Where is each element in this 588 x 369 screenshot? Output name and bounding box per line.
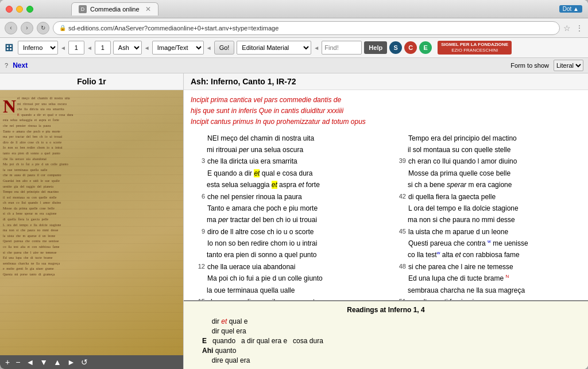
- verse-number: 15: [191, 296, 205, 300]
- verse-number: [191, 273, 205, 284]
- verse-text: diro de ll altre cose ch io u o scorte: [207, 226, 380, 238]
- verse-line: Ed una lupa che di tucte brame N: [392, 273, 581, 284]
- next-link[interactable]: Next: [13, 61, 28, 69]
- more-icon[interactable]: ⋮: [575, 24, 583, 33]
- verse-line: 42 di quella fiera la gaecta pelle: [392, 191, 581, 203]
- pan-right-button[interactable]: ►: [65, 357, 77, 367]
- sigmel-logo: SIGMEL PER LA FONDAZIONE EZIO FRANCESCHI…: [438, 41, 512, 54]
- verse-text: che lla diricta uia era smarrita: [207, 156, 380, 167]
- verse-text: Io non so ben redire chom io u intrai: [207, 238, 380, 249]
- back-button[interactable]: ‹: [5, 22, 17, 34]
- reload-button[interactable]: ↻: [37, 22, 49, 34]
- verse-line: 3 che lla diricta uia era smarrita: [191, 156, 380, 167]
- verse-text: NEI meço del chamin di nostra uita: [207, 133, 380, 144]
- verse-line: E quando a dir et qual e cosa dura: [191, 168, 380, 179]
- verse-line: Questi pareua che contra w me uenisse: [392, 238, 581, 249]
- canto-number-input[interactable]: [68, 41, 84, 55]
- image-toolbar: + − ◄ ▼ ▲ ► ↺: [0, 355, 183, 369]
- verse-line: la oue terminaua quella ualle: [207, 285, 380, 296]
- minimize-button[interactable]: [16, 6, 23, 13]
- s-button[interactable]: S: [389, 41, 402, 54]
- c-button[interactable]: C: [404, 41, 417, 54]
- form-to-show-label: Form to show: [510, 62, 549, 69]
- verse-line: sembraua charcha ne lla sua magreça: [408, 285, 581, 296]
- latin-intro: Incipit prima cantica vel pars commedie …: [191, 95, 581, 128]
- readings-left: dir et qual e dir quel era E quando a di…: [202, 317, 323, 364]
- maximize-button[interactable]: [26, 6, 33, 13]
- help-button[interactable]: Help: [364, 41, 387, 54]
- pan-down-button[interactable]: ▼: [38, 357, 49, 367]
- witness-select[interactable]: Ash: [113, 41, 142, 55]
- e-button[interactable]: E: [419, 41, 432, 54]
- verse-number: 3: [191, 156, 205, 167]
- verse-number: [392, 133, 406, 144]
- reset-button[interactable]: ↺: [79, 357, 90, 367]
- verse-line: 6 che nel pensier rinoua la paura: [191, 191, 380, 203]
- verse-columns: NEI meço del chamin di nostra uita mi ri…: [191, 133, 581, 300]
- manuscript-image: N el meço del chamin di nostra uita mi r…: [0, 90, 183, 355]
- verse-text: ch eran co llui quando l amor diuino: [408, 156, 581, 167]
- zoom-in-button[interactable]: +: [3, 357, 11, 367]
- left-panel: Folio 1r N el meço del chamin di nostra …: [0, 73, 184, 369]
- editorial-select[interactable]: Editorial Material: [237, 41, 311, 55]
- star-icon[interactable]: ☆: [563, 24, 571, 33]
- view-select[interactable]: Image/Text: [152, 41, 204, 55]
- verse-line: 45 la uista che m aparue d un leone: [392, 226, 581, 238]
- pan-left-button[interactable]: ◄: [24, 357, 36, 367]
- verse-text: E quando a dir et qual e cosa dura: [207, 168, 380, 179]
- left-verse-column: NEI meço del chamin di nostra uita mi ri…: [191, 133, 380, 300]
- pan-up-button[interactable]: ▲: [52, 357, 63, 367]
- right-panel: Ash: Inferno, Canto 1, IR-72 Incipit pri…: [184, 73, 588, 369]
- verse-text: che m auea di paura il cor compunto: [207, 296, 380, 300]
- verse-text: di quella fiera la gaecta pelle: [408, 191, 581, 203]
- verse-line: Io non so ben redire chom io u intrai: [191, 238, 380, 249]
- go-button[interactable]: Go!: [214, 41, 235, 55]
- verse-number: [191, 203, 205, 214]
- verse-text: Tanto e amara che poch e piu morte: [207, 203, 380, 214]
- verse-text: e molte genti fe gia uiuer grame: [408, 296, 581, 300]
- form-to-show-select[interactable]: Literal: [554, 60, 583, 71]
- address-bar-row: ‹ › ↻ 🔒 sd-editions.com/AnaServer?commed…: [0, 18, 588, 38]
- verse-number: [392, 203, 406, 214]
- app-icon: ⊞: [5, 41, 13, 54]
- reading-row: Ahi quanto: [202, 347, 323, 355]
- text-body[interactable]: Incipit prima cantica vel pars commedie …: [184, 90, 588, 300]
- verse-number: [392, 238, 406, 249]
- verse-line: ma per tractar del ben ch io ui trouai: [207, 214, 380, 226]
- tab-favicon: D: [79, 5, 87, 13]
- canto-select[interactable]: Inferno: [18, 41, 58, 55]
- forward-button[interactable]: ›: [21, 22, 33, 34]
- verse-number: 12: [191, 261, 205, 273]
- browser-tab[interactable]: D Commedia online ✕: [71, 2, 158, 15]
- verse-text: la uista che m aparue d un leone: [408, 226, 581, 238]
- reading-row: E quando a dir qual era e cosa dura: [202, 337, 323, 345]
- readings-content: dir et qual e dir quel era E quando a di…: [191, 317, 581, 364]
- readings-title: Readings at Inferno 1, 4: [191, 306, 581, 314]
- separator5: ◄: [314, 45, 319, 51]
- address-bar[interactable]: 🔒 sd-editions.com/AnaServer?commediaonli…: [53, 21, 560, 35]
- verse-line: il sol montaua su con quelle stelle: [408, 144, 581, 156]
- tab-close-icon[interactable]: ✕: [145, 5, 151, 13]
- verse-line: NEI meço del chamin di nostra uita: [191, 133, 380, 144]
- close-button[interactable]: [6, 6, 13, 13]
- browser-icons: ☆ ⋮: [563, 24, 583, 33]
- verse-number: 51: [392, 296, 406, 300]
- url-text: sd-editions.com/AnaServer?commediaonline…: [68, 25, 278, 32]
- verse-number: 45: [392, 226, 406, 238]
- question-icon[interactable]: ?: [5, 62, 8, 69]
- verse-number: [191, 168, 205, 179]
- verse-line: si ch a bene sperar m era cagione: [408, 179, 581, 191]
- verse-number-input[interactable]: [95, 41, 111, 55]
- verse-text: che nel pensier rinoua la paura: [207, 191, 380, 203]
- app-toolbar: ⊞ Inferno ◄ ◄ Ash ◄ Image/Text ◄ Go! Edi…: [0, 38, 588, 58]
- verse-number: [392, 273, 406, 284]
- zoom-out-button[interactable]: −: [14, 357, 22, 367]
- verse-text: Mosse da prima quelle cose belle: [408, 168, 581, 179]
- find-input[interactable]: [322, 41, 362, 55]
- verse-line: 39 ch eran co llui quando l amor diuino: [392, 156, 581, 167]
- reading-row: dir et qual e: [202, 317, 323, 325]
- folio-title: Folio 1r: [0, 73, 183, 90]
- verse-number: [191, 133, 205, 144]
- dot-badge: Dot ▲: [559, 5, 582, 13]
- verse-line: 48 si che parea che l aire ne temesse: [392, 261, 581, 273]
